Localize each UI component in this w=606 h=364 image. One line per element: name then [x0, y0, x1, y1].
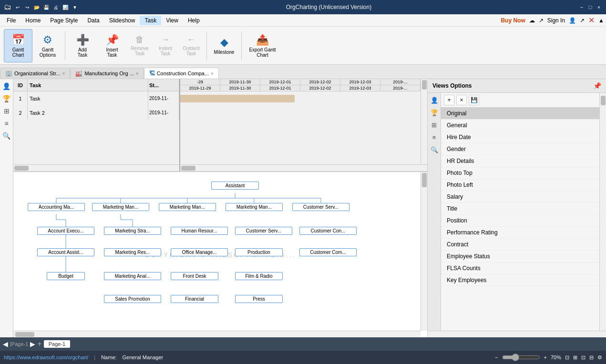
- orgchart-section[interactable]: COPYRIGHT © THESOFTWARE.S...: [13, 172, 427, 337]
- org-node-sales-promo[interactable]: Sales Promotion: [104, 295, 161, 303]
- views-icon-grid[interactable]: ⊞: [429, 120, 440, 130]
- sign-in-button[interactable]: Sign In: [547, 17, 565, 24]
- view-icon-2[interactable]: ⊡: [581, 354, 585, 361]
- org-node-production[interactable]: Production: [235, 248, 283, 256]
- view-item-general[interactable]: General: [441, 120, 599, 131]
- org-node-cust-con[interactable]: Customer Con...: [299, 227, 357, 235]
- gantt-scrollbar-h[interactable]: [13, 164, 427, 171]
- view-item-position[interactable]: Position: [441, 215, 599, 227]
- views-save-button[interactable]: 💾: [469, 95, 479, 105]
- ribbon-gantt-chart[interactable]: 📅 GanttChart: [4, 29, 32, 62]
- view-item-salary[interactable]: Salary: [441, 191, 599, 203]
- views-add-button[interactable]: +: [444, 95, 454, 105]
- org-node-cust-svc[interactable]: Customer Serv...: [292, 203, 349, 211]
- fit-page-icon[interactable]: ⊡: [565, 354, 569, 361]
- menu-home[interactable]: Home: [21, 16, 45, 25]
- views-icon-table[interactable]: ≡: [429, 132, 440, 142]
- views-icon-person[interactable]: 👤: [429, 95, 440, 105]
- close-button[interactable]: ×: [596, 4, 602, 10]
- view-item-photo-left[interactable]: Photo Left: [441, 179, 599, 191]
- settings-icon[interactable]: ⚙: [597, 354, 602, 361]
- doc-tab-3[interactable]: 🏗 Construction Compa... ×: [144, 68, 219, 79]
- page-tab-1[interactable]: Page-1: [44, 340, 70, 348]
- org-node-film-radio[interactable]: Film & Radio: [235, 272, 283, 280]
- org-node-acct-exec[interactable]: Account Execu...: [37, 227, 94, 235]
- tab1-close[interactable]: ×: [62, 71, 65, 76]
- view-icon-1[interactable]: ⊞: [573, 354, 577, 361]
- org-node-assistant[interactable]: Assistant: [211, 182, 259, 190]
- views-list-scrollbar[interactable]: [441, 325, 599, 331]
- org-node-acct-asst[interactable]: Account Assist...: [37, 248, 94, 256]
- menu-view[interactable]: View: [161, 16, 183, 25]
- view-item-contract[interactable]: Contract: [441, 239, 599, 251]
- qa-print[interactable]: 🖨: [51, 3, 60, 11]
- left-icon-award[interactable]: 🏆: [1, 93, 12, 104]
- left-icon-table[interactable]: ≡: [1, 118, 12, 129]
- tab2-close[interactable]: ×: [136, 71, 139, 76]
- qa-open[interactable]: 📂: [32, 3, 41, 11]
- zoom-minus-icon[interactable]: −: [495, 354, 498, 360]
- gantt-scrollbar-v[interactable]: [421, 79, 427, 164]
- views-delete-button[interactable]: ×: [456, 95, 467, 105]
- views-scrollbar-h[interactable]: [428, 331, 606, 337]
- org-node-press[interactable]: Press: [235, 295, 283, 303]
- menu-help[interactable]: Help: [183, 16, 205, 25]
- gantt-row1-task[interactable]: Task: [28, 91, 148, 105]
- ribbon-remove-task[interactable]: 🗑 RemoveTask: [127, 29, 152, 62]
- maximize-button[interactable]: □: [587, 4, 594, 10]
- org-node-cust-com[interactable]: Customer Com...: [299, 248, 357, 256]
- ribbon-milestone[interactable]: ◆ Milestone: [210, 29, 238, 62]
- org-node-mkt-mgr2[interactable]: Marketing Man...: [159, 203, 216, 211]
- tab3-close[interactable]: ×: [211, 71, 214, 76]
- menu-slideshow[interactable]: Slideshow: [104, 16, 140, 25]
- page-add-button[interactable]: +: [37, 340, 41, 348]
- qa-save[interactable]: 💾: [42, 3, 51, 11]
- minimize-button[interactable]: −: [578, 4, 585, 10]
- zoom-plus-icon[interactable]: +: [544, 354, 547, 360]
- qa-redo[interactable]: ↪: [23, 3, 31, 11]
- views-icon-search[interactable]: 🔍: [429, 144, 440, 155]
- view-item-key-employees[interactable]: Key Employees: [441, 274, 599, 286]
- ribbon-gantt-options[interactable]: ⚙ GanttOptions: [33, 29, 62, 62]
- gantt-row2-task[interactable]: Task 2: [28, 106, 148, 120]
- ribbon-indent-task[interactable]: → IndentTask: [153, 29, 178, 62]
- org-node-financial[interactable]: Financial: [171, 295, 218, 303]
- view-item-title[interactable]: Title: [441, 203, 599, 215]
- view-item-employee-status[interactable]: Employee Status: [441, 251, 599, 263]
- view-item-photo-top[interactable]: Photo Top: [441, 167, 599, 179]
- org-node-mkt-anal[interactable]: Marketing Anal...: [104, 272, 161, 280]
- org-node-cust-svc2[interactable]: Customer Serv...: [235, 227, 292, 235]
- left-icon-search[interactable]: 🔍: [1, 131, 12, 141]
- view-item-original[interactable]: Original: [441, 108, 599, 120]
- view-item-hr-details[interactable]: HR Details: [441, 155, 599, 167]
- views-scrollbar-v[interactable]: [599, 93, 606, 331]
- ribbon-outdent-task[interactable]: ← OutdentTask: [179, 29, 204, 62]
- org-node-front-desk[interactable]: Front Desk: [171, 272, 218, 280]
- view-icon-3[interactable]: ⊟: [589, 354, 594, 361]
- org-node-hr[interactable]: Human Resour...: [171, 227, 228, 235]
- ribbon-export-gantt[interactable]: 📤 Export GanttChart: [245, 29, 280, 62]
- org-node-budget[interactable]: Budget: [47, 272, 85, 280]
- org-node-mkt-res[interactable]: Marketing Res...: [104, 248, 161, 256]
- zoom-slider[interactable]: [502, 354, 540, 361]
- ribbon-insert-task[interactable]: 📌 InsertTask: [98, 29, 126, 62]
- view-item-gender[interactable]: Gender: [441, 143, 599, 155]
- qa-undo[interactable]: ↩: [13, 3, 22, 11]
- left-icon-grid[interactable]: ⊞: [1, 106, 12, 116]
- org-node-mkt-stra[interactable]: Marketing Stra...: [104, 227, 161, 235]
- orgchart-scrollbar-h[interactable]: [13, 331, 421, 337]
- orgchart-scrollbar-v[interactable]: [421, 172, 427, 331]
- org-node-mkt-mgr3[interactable]: Marketing Man...: [226, 203, 283, 211]
- left-icon-person[interactable]: 👤: [1, 81, 12, 91]
- status-url[interactable]: https://www.edrawsoft.com/orgchart/: [4, 354, 88, 360]
- views-icon-award[interactable]: 🏆: [429, 107, 440, 118]
- qa-more[interactable]: ▼: [71, 3, 79, 11]
- buy-now-button[interactable]: Buy Now: [501, 17, 525, 24]
- org-node-mkt-mgr1[interactable]: Marketing Man...: [92, 203, 149, 211]
- page-prev-button[interactable]: ◀: [3, 340, 8, 348]
- org-node-office-mgr[interactable]: Office Manage...: [171, 248, 228, 256]
- view-item-flsa-counts[interactable]: FLSA Counts: [441, 263, 599, 274]
- qa-chart[interactable]: 📊: [61, 3, 70, 11]
- menu-page-style[interactable]: Page Style: [45, 16, 82, 25]
- menu-data[interactable]: Data: [82, 16, 104, 25]
